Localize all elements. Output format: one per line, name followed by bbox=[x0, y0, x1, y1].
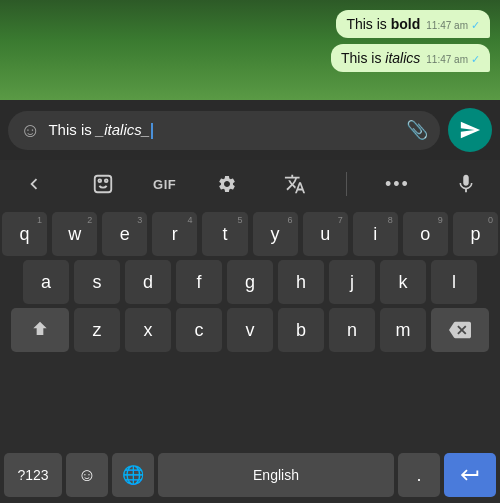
key-x[interactable]: x bbox=[125, 308, 171, 352]
key-j[interactable]: j bbox=[329, 260, 375, 304]
emoji-icon[interactable]: ☺ bbox=[20, 119, 40, 142]
space-key[interactable]: English bbox=[158, 453, 394, 497]
bubble-meta-1: 11:47 am ✓ bbox=[426, 19, 480, 32]
send-button[interactable] bbox=[448, 108, 492, 152]
key-r[interactable]: 4r bbox=[152, 212, 197, 256]
key-h[interactable]: h bbox=[278, 260, 324, 304]
check-icon-1: ✓ bbox=[471, 19, 480, 32]
chat-bubble-1: This is bold 11:47 am ✓ bbox=[336, 10, 490, 38]
attachment-icon[interactable]: 📎 bbox=[406, 119, 428, 141]
key-d[interactable]: d bbox=[125, 260, 171, 304]
period-key[interactable]: . bbox=[398, 453, 440, 497]
key-e[interactable]: 3e bbox=[102, 212, 147, 256]
svg-point-1 bbox=[98, 179, 101, 182]
translate-button[interactable] bbox=[277, 166, 313, 202]
back-button[interactable] bbox=[16, 166, 52, 202]
gif-button[interactable]: GIF bbox=[153, 177, 176, 192]
key-t[interactable]: 5t bbox=[202, 212, 247, 256]
key-q[interactable]: 1q bbox=[2, 212, 47, 256]
bubble-meta-2: 11:47 am ✓ bbox=[426, 53, 480, 66]
key-w[interactable]: 2w bbox=[52, 212, 97, 256]
sticker-button[interactable] bbox=[85, 166, 121, 202]
keyboard-row-3: z x c v b n m bbox=[2, 308, 498, 352]
more-button[interactable]: ••• bbox=[379, 166, 415, 202]
emoji-small-key[interactable]: ☺ bbox=[66, 453, 108, 497]
bubble-text-2: This is italics bbox=[341, 50, 420, 66]
key-b[interactable]: b bbox=[278, 308, 324, 352]
settings-button[interactable] bbox=[209, 166, 245, 202]
keyboard: 1q 2w 3e 4r 5t 6y 7u 8i 9o 0p a s d f g … bbox=[0, 208, 500, 449]
check-icon-2: ✓ bbox=[471, 53, 480, 66]
input-field-wrap[interactable]: ☺ This is _italics_ 📎 bbox=[8, 111, 440, 150]
svg-point-2 bbox=[104, 179, 107, 182]
key-y[interactable]: 6y bbox=[253, 212, 298, 256]
key-l[interactable]: l bbox=[431, 260, 477, 304]
mic-button[interactable] bbox=[448, 166, 484, 202]
toolbar-divider bbox=[346, 172, 347, 196]
backspace-key[interactable] bbox=[431, 308, 489, 352]
key-k[interactable]: k bbox=[380, 260, 426, 304]
key-v[interactable]: v bbox=[227, 308, 273, 352]
keyboard-bottom-row: ?123 ☺ 🌐 English . bbox=[0, 449, 500, 503]
shift-key[interactable] bbox=[11, 308, 69, 352]
key-i[interactable]: 8i bbox=[353, 212, 398, 256]
send-icon bbox=[459, 119, 481, 141]
key-g[interactable]: g bbox=[227, 260, 273, 304]
num-key[interactable]: ?123 bbox=[4, 453, 62, 497]
key-o[interactable]: 9o bbox=[403, 212, 448, 256]
key-f[interactable]: f bbox=[176, 260, 222, 304]
key-c[interactable]: c bbox=[176, 308, 222, 352]
key-p[interactable]: 0p bbox=[453, 212, 498, 256]
svg-rect-0 bbox=[94, 176, 111, 193]
bubble-text-1: This is bold bbox=[346, 16, 420, 32]
keyboard-toolbar: GIF ••• bbox=[0, 160, 500, 208]
chat-area: This is bold 11:47 am ✓ This is italics … bbox=[0, 0, 500, 100]
key-s[interactable]: s bbox=[74, 260, 120, 304]
key-n[interactable]: n bbox=[329, 308, 375, 352]
chat-bubble-2: This is italics 11:47 am ✓ bbox=[331, 44, 490, 72]
key-z[interactable]: z bbox=[74, 308, 120, 352]
key-m[interactable]: m bbox=[380, 308, 426, 352]
enter-key[interactable] bbox=[444, 453, 496, 497]
key-u[interactable]: 7u bbox=[303, 212, 348, 256]
message-input[interactable]: This is _italics_ bbox=[48, 121, 398, 139]
keyboard-row-1: 1q 2w 3e 4r 5t 6y 7u 8i 9o 0p bbox=[2, 212, 498, 256]
input-bar: ☺ This is _italics_ 📎 bbox=[0, 100, 500, 160]
keyboard-row-2: a s d f g h j k l bbox=[2, 260, 498, 304]
key-a[interactable]: a bbox=[23, 260, 69, 304]
globe-key[interactable]: 🌐 bbox=[112, 453, 154, 497]
